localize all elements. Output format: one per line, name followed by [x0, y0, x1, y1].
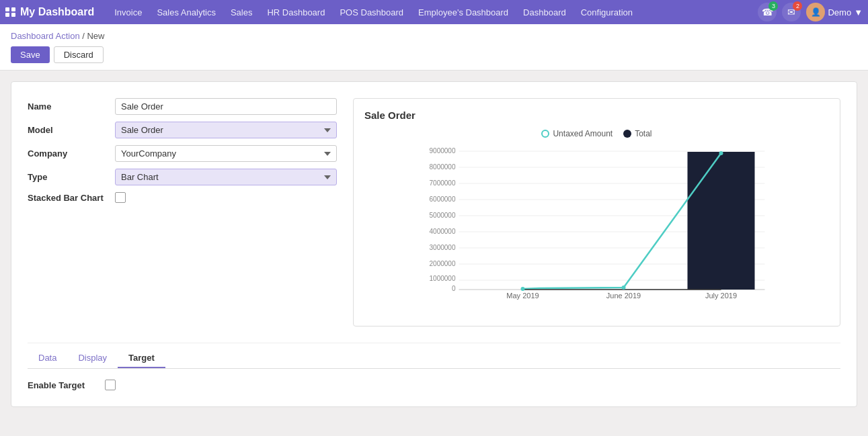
user-dropdown-icon: ▼: [854, 7, 863, 17]
chart-card: Sale Order Untaxed Amount Total: [353, 98, 840, 326]
name-input[interactable]: [115, 98, 337, 115]
company-row: Company YourCompany: [28, 145, 337, 162]
save-button[interactable]: Save: [11, 46, 50, 63]
enable-target-row: Enable Target: [28, 380, 840, 390]
model-select[interactable]: Sale Order: [115, 122, 337, 138]
svg-text:6000000: 6000000: [430, 195, 456, 203]
tabs-nav: Data Display Target: [28, 349, 840, 369]
nav-dashboard[interactable]: Dashboard: [516, 5, 573, 20]
user-menu[interactable]: 👤 Demo ▼: [806, 3, 863, 21]
topnav-menu: Invoice Sales Analytics Sales HR Dashboa…: [108, 5, 755, 20]
svg-text:7000000: 7000000: [430, 179, 456, 187]
name-label: Name: [28, 101, 115, 112]
dot-untaxed-june: [622, 286, 626, 290]
svg-text:5000000: 5000000: [430, 212, 456, 219]
brand-title: My Dashboard: [20, 6, 94, 18]
type-row: Type Bar Chart: [28, 169, 337, 185]
svg-text:July 2019: July 2019: [705, 292, 737, 300]
company-label: Company: [28, 148, 115, 159]
svg-text:June 2019: June 2019: [606, 292, 641, 300]
form-card: Name Model Sale Order Company YourCompan…: [11, 81, 857, 407]
model-row: Model Sale Order: [28, 122, 337, 138]
dot-untaxed-july: [719, 151, 723, 155]
enable-target-checkbox[interactable]: [105, 380, 116, 390]
legend-untaxed: Untaxed Amount: [541, 129, 613, 138]
message-button[interactable]: ✉ 2: [782, 3, 801, 21]
chart-section: Sale Order Untaxed Amount Total: [353, 98, 840, 326]
brand-icon: [5, 7, 16, 17]
breadcrumb-current: New: [87, 31, 104, 41]
legend-total-label: Total: [635, 129, 652, 138]
svg-text:8000000: 8000000: [430, 163, 456, 171]
discard-button[interactable]: Discard: [54, 46, 104, 63]
svg-text:9000000: 9000000: [430, 147, 456, 155]
model-label: Model: [28, 125, 115, 135]
tab-data[interactable]: Data: [28, 349, 67, 368]
message-badge: 2: [793, 1, 802, 11]
tab-display[interactable]: Display: [67, 349, 118, 368]
legend-untaxed-dot: [541, 130, 549, 138]
svg-text:4000000: 4000000: [430, 228, 456, 235]
topnav: My Dashboard Invoice Sales Analytics Sal…: [0, 0, 868, 24]
type-select[interactable]: Bar Chart: [115, 169, 337, 185]
main-content: Name Model Sale Order Company YourCompan…: [0, 71, 868, 418]
company-select[interactable]: YourCompany: [115, 145, 337, 162]
svg-text:3000000: 3000000: [430, 244, 456, 251]
nav-sales-analytics[interactable]: Sales Analytics: [150, 5, 222, 20]
enable-target-label: Enable Target: [28, 380, 85, 390]
tabs-section: Data Display Target Enable Target: [28, 343, 840, 390]
notification-button[interactable]: ☎ 3: [758, 3, 777, 21]
stacked-row: Stacked Bar Chart: [28, 192, 337, 203]
breadcrumb-bar: Dashboard Action / New Save Discard: [0, 24, 868, 71]
brand[interactable]: My Dashboard: [5, 6, 94, 18]
nav-invoice[interactable]: Invoice: [108, 5, 149, 20]
legend-total-dot: [623, 130, 631, 138]
breadcrumb-parent[interactable]: Dashboard Action: [11, 31, 80, 41]
notification-badge: 3: [768, 1, 778, 11]
chart-svg: 9000000 8000000 7000000 6000000 5000000 …: [364, 146, 829, 294]
svg-text:0: 0: [452, 285, 456, 292]
nav-sales[interactable]: Sales: [224, 5, 260, 20]
svg-text:May 2019: May 2019: [506, 292, 539, 300]
user-name: Demo: [828, 7, 851, 17]
stacked-label: Stacked Bar Chart: [28, 193, 115, 203]
name-row: Name: [28, 98, 337, 115]
breadcrumb: Dashboard Action / New: [11, 31, 857, 41]
type-label: Type: [28, 172, 115, 182]
bar-july-total: [688, 152, 755, 290]
legend-total: Total: [623, 129, 652, 138]
form-and-chart: Name Model Sale Order Company YourCompan…: [28, 98, 840, 326]
chart-legend: Untaxed Amount Total: [364, 129, 829, 138]
legend-untaxed-label: Untaxed Amount: [553, 129, 613, 138]
topnav-right: ☎ 3 ✉ 2 👤 Demo ▼: [758, 3, 863, 21]
tab-target[interactable]: Target: [118, 349, 165, 368]
chart-title: Sale Order: [364, 110, 829, 121]
nav-employees-dashboard[interactable]: Employee's Dashboard: [411, 5, 515, 20]
dot-untaxed-may: [521, 287, 525, 291]
nav-configuration[interactable]: Configuration: [574, 5, 639, 20]
stacked-checkbox[interactable]: [115, 192, 126, 203]
avatar: 👤: [806, 3, 825, 21]
form-section: Name Model Sale Order Company YourCompan…: [28, 98, 337, 326]
nav-pos-dashboard[interactable]: POS Dashboard: [333, 5, 410, 20]
nav-hr-dashboard[interactable]: HR Dashboard: [260, 5, 331, 20]
chart-container: 9000000 8000000 7000000 6000000 5000000 …: [364, 146, 829, 294]
svg-text:2000000: 2000000: [430, 260, 456, 267]
breadcrumb-actions: Save Discard: [11, 46, 857, 70]
svg-text:1000000: 1000000: [430, 275, 456, 282]
